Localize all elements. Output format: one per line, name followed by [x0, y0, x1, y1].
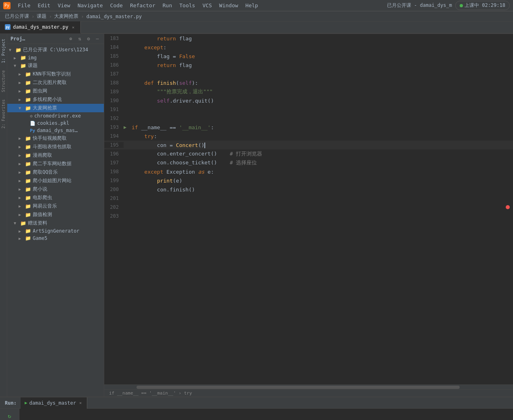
project-sync-icon[interactable]: ⇅: [76, 36, 83, 42]
tree-novel[interactable]: ▶ 📁 爬小说: [7, 185, 104, 193]
breadcrumb-part-3[interactable]: 大麦网抢票: [54, 13, 78, 20]
tree-root[interactable]: ▼ 📁 已月公开课 C:\Users\1234: [7, 46, 104, 54]
line-num-199: 199: [104, 178, 124, 183]
menu-vcs[interactable]: VCS: [199, 2, 215, 9]
status-pill: 上课中 02:29:18: [455, 1, 510, 10]
menu-run[interactable]: Run: [160, 2, 175, 9]
manga-folder-icon: 📁: [25, 153, 31, 158]
run-tab-damai[interactable]: ▶ damai_dys_master ✕: [21, 397, 87, 409]
anime-arrow: ▶: [19, 80, 23, 85]
menu-navigate[interactable]: Navigate: [74, 2, 106, 9]
tuchong-label: 图虫网: [33, 88, 47, 94]
terminal-output[interactable]: D:\Anaconda\python.exe C:/Users/1234/Pyc…: [19, 409, 513, 420]
main-layout: 1: Project Structure 2: Favorites Proj… …: [0, 34, 513, 397]
tree-kuaishou[interactable]: ▶ 📁 快手短视频爬取: [7, 134, 104, 143]
tab-py-icon: py: [5, 24, 11, 30]
code-container[interactable]: 183 return flag 184 except: 185 flag = F…: [104, 34, 513, 384]
run-tab-close[interactable]: ✕: [78, 400, 83, 405]
tree-manga[interactable]: ▶ 📁 漫画爬取: [7, 151, 104, 160]
tree-gift[interactable]: ▼ 📁 赠送资料: [7, 219, 104, 227]
project-panel-title: Proj…: [11, 36, 65, 42]
line-content-183: return flag: [130, 36, 513, 42]
tree-game5[interactable]: ▶ 📁 Game5: [7, 235, 104, 242]
hscroll-thumb[interactable]: [137, 386, 460, 389]
menu-edit[interactable]: Edit: [34, 2, 53, 9]
editor-area: 183 return flag 184 except: 185 flag = F…: [104, 34, 513, 397]
tree-girl[interactable]: ▶ 📁 爬小姐姐图片网站: [7, 176, 104, 185]
project-collapse-icon[interactable]: —: [94, 36, 101, 42]
kuaishou-label: 快手短视频爬取: [33, 135, 67, 142]
tree-ketai[interactable]: ▼ 📁 课题: [7, 61, 104, 70]
menu-tools[interactable]: Tools: [176, 2, 198, 9]
run-rerun-button[interactable]: ↻: [5, 411, 15, 420]
status-green-dot: [460, 4, 463, 7]
tab-close-0[interactable]: ✕: [71, 25, 76, 30]
movie-arrow: ▶: [19, 195, 23, 200]
code-line-203: 203: [104, 212, 513, 220]
root-folder-icon: 📁: [15, 47, 21, 53]
tree-doutula[interactable]: ▶ 📁 斗图啦表情包抓取: [7, 143, 104, 151]
tree-qq[interactable]: ▶ 📁 爬取QQ音乐: [7, 168, 104, 176]
tree-car[interactable]: ▶ 📁 爬二手车网站数据: [7, 160, 104, 168]
tree-tuchong[interactable]: ▶ 📁 图虫网: [7, 87, 104, 95]
line-num-195: 195: [104, 142, 124, 148]
line-num-191: 191: [104, 107, 124, 112]
ketai-arrow: ▼: [14, 63, 19, 68]
girl-arrow: ▶: [19, 178, 23, 183]
tree-cookies[interactable]: 📄 cookies.pkl: [7, 120, 104, 127]
multithread-arrow: ▶: [19, 97, 23, 102]
tree-artsign[interactable]: ▶ 📁 ArtSignGenerator: [7, 227, 104, 235]
tree-img[interactable]: ▶ 📁 img: [7, 54, 104, 61]
knn-folder-icon: 📁: [25, 71, 31, 77]
cookies-file-icon: 📄: [30, 121, 36, 126]
line-content-195: con = Concert(): [130, 142, 513, 148]
img-label: img: [28, 55, 37, 61]
line-num-194: 194: [104, 133, 124, 139]
breadcrumb-sep-1: ›: [32, 14, 34, 19]
root-label: 已月公开课 C:\Users\1234: [23, 46, 88, 53]
editor-tab-0[interactable]: py damai_dys_master.py ✕: [0, 21, 81, 34]
face-label: 颜值检测: [33, 211, 52, 218]
line-content-197: con.choose_ticket() # 选择座位: [130, 159, 513, 166]
qq-label: 爬取QQ音乐: [33, 169, 58, 176]
damai-py-label: damai_dys_mas…: [37, 128, 78, 133]
line-num-197: 197: [104, 160, 124, 166]
tree-damai[interactable]: ▼ 📁 大麦网抢票: [7, 104, 104, 112]
menu-code[interactable]: Code: [107, 2, 126, 9]
menu-window[interactable]: Window: [216, 2, 242, 9]
hscroll-bar[interactable]: [104, 384, 513, 389]
left-tab-structure[interactable]: Structure: [0, 67, 6, 95]
tree-knn[interactable]: ▶ 📁 KNN手写数字识别: [7, 70, 104, 78]
run-tab-bar: Run: ▶ damai_dys_master ✕: [0, 397, 513, 409]
tree-movie[interactable]: ▶ 📁 电影爬虫: [7, 193, 104, 202]
tuchong-arrow: ▶: [19, 89, 23, 93]
menu-help[interactable]: Help: [242, 2, 261, 9]
menu-view[interactable]: View: [55, 2, 74, 9]
breadcrumb-part-4[interactable]: damai_dys_master.py: [86, 14, 142, 19]
breadcrumb-part-2[interactable]: 课题: [37, 13, 46, 20]
breadcrumb-part-1[interactable]: 已月公开课: [5, 13, 29, 20]
project-new-folder-icon[interactable]: ⊕: [67, 36, 74, 42]
img-arrow: ▶: [14, 56, 19, 60]
tree-damai-py[interactable]: Py damai_dys_mas…: [7, 127, 104, 134]
left-tab-favorites[interactable]: 2: Favorites: [0, 96, 6, 132]
girl-label: 爬小姐姐图片网站: [33, 177, 71, 184]
car-arrow: ▶: [19, 162, 23, 166]
tree-anime[interactable]: ▶ 📁 二次元图片爬取: [7, 78, 104, 87]
movie-label: 电影爬虫: [33, 194, 52, 201]
left-tab-project[interactable]: 1: Project: [0, 36, 6, 66]
line-content-189: """抢票完成，退出""": [130, 88, 513, 95]
tree-chromedriver[interactable]: ⚙ chromedriver.exe: [7, 112, 104, 120]
root-arrow: ▼: [9, 48, 14, 52]
damai-folder-icon: 📁: [25, 105, 31, 111]
code-line-194: 194 try:: [104, 132, 513, 141]
project-settings-icon[interactable]: ⚙: [85, 36, 92, 42]
line-num-193: 193: [104, 124, 124, 130]
menu-file[interactable]: File: [15, 2, 34, 9]
run-tab-label: damai_dys_master: [29, 400, 76, 406]
menu-refactor[interactable]: Refactor: [127, 2, 159, 9]
editor-breadcrumb: if __name__ == '__main__' › try: [109, 391, 192, 396]
tree-multithread[interactable]: ▶ 📁 多线程爬小说: [7, 95, 104, 104]
tree-face[interactable]: ▶ 📁 颜值检测: [7, 210, 104, 219]
tree-music[interactable]: ▶ 📁 网易云音乐: [7, 202, 104, 210]
